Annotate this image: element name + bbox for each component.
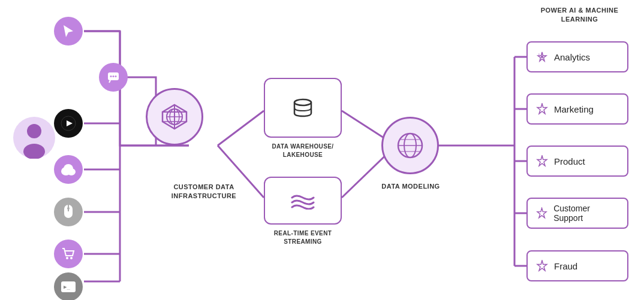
cart-icon [54,240,83,268]
streaming-label: REAL-TIME EVENTSTREAMING [261,229,345,246]
diagram-container: .conn { fill: none; stroke: #9b59b6; str… [0,0,644,300]
fraud-sparkle-icon [536,260,548,272]
svg-point-21 [27,124,41,138]
svg-point-46 [294,99,311,105]
svg-point-52 [541,56,543,58]
marketing-label: Marketing [554,104,594,114]
analytics-label: Analytics [554,52,590,62]
customer-support-label: Customer Support [553,204,619,223]
customer-support-sparkle-icon [536,207,547,219]
svg-point-34 [67,207,70,210]
svg-point-35 [66,257,68,259]
chat-icon [99,63,128,92]
warehouse-box [264,78,342,138]
device-icon [54,198,83,226]
product-label: Product [554,156,585,166]
infrastructure-hub [146,88,203,146]
svg-point-26 [115,75,117,77]
marketing-sparkle-icon [536,103,548,115]
product-sparkle-icon [536,155,548,167]
warehouse-label: DATA WAREHOUSE/LAKEHOUSE [261,143,345,159]
fraud-label: Fraud [554,261,577,271]
svg-point-24 [110,75,112,77]
svg-point-25 [113,75,115,77]
svg-point-36 [70,257,73,259]
marketing-box: Marketing [526,93,628,125]
terminal-icon: ▶_ [54,272,83,300]
svg-point-31 [64,164,73,174]
cursor-icon [54,17,83,46]
svg-point-22 [23,144,45,159]
svg-line-9 [218,111,264,146]
power-ai-label: POWER AI & MACHINE LEARNING [524,6,635,25]
person-icon [13,117,55,159]
svg-text:▶_: ▶_ [64,284,70,290]
customer-support-box: Customer Support [526,198,628,229]
product-box: Product [526,146,628,177]
video-icon [54,109,83,138]
infrastructure-label: CUSTOMER DATA INFRASTRUCTURE [156,183,252,201]
streaming-box [264,177,342,225]
analytics-box: Analytics [526,41,628,72]
fraud-box: Fraud [526,250,628,281]
cloud-icon [54,155,83,184]
data-modeling-hub [381,117,439,174]
analytics-sparkle-icon [536,51,548,63]
data-modeling-label: DATA MODELING [372,183,450,190]
